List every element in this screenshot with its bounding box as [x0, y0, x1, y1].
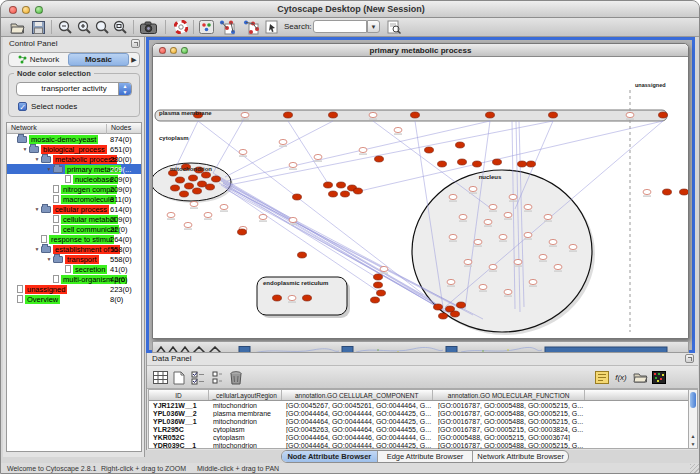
open-file-icon[interactable] [9, 19, 26, 35]
tree-row[interactable]: ▼primary metabo209(... [7, 164, 141, 174]
table-row[interactable]: YJR121W__1mitochondrion[GO:0045267, GO:0… [149, 401, 688, 409]
tree-row-node-count: 651(0) [110, 145, 132, 154]
tree-row[interactable]: nucleobase-209(0) [7, 174, 141, 184]
layout-two-icon[interactable] [243, 19, 260, 35]
table-cell: YPL036W__2 [149, 410, 209, 417]
tab-network-attribute-browser[interactable]: Network Attribute Browser [473, 451, 568, 462]
create-attribute-icon[interactable] [170, 369, 188, 386]
tab-edge-attribute-browser[interactable]: Edge Attribute Browser [378, 451, 474, 462]
expand-triangle-icon[interactable]: ▼ [45, 256, 53, 262]
expand-triangle-icon[interactable]: ▼ [33, 206, 41, 212]
resize-grip[interactable] [690, 464, 700, 474]
window-titlebar[interactable]: Cytoscape Desktop (New Session) [1, 1, 700, 18]
table-row[interactable]: YLR295Ccytoplasm[GO:0045263, GO:0044464,… [149, 425, 688, 433]
node-unselected [499, 234, 507, 239]
float-panel-icon[interactable] [131, 39, 140, 48]
cytoscape-window: Cytoscape Desktop (New Session) Search: … [0, 0, 700, 474]
search-dropdown-icon[interactable]: ▼ [367, 20, 380, 33]
node-unselected [524, 204, 532, 209]
heatmap-icon[interactable] [650, 369, 668, 386]
node-unselected [289, 162, 297, 167]
table-cell: [GO:0044464, GO:0044444, GO:0044425, G..… [282, 442, 434, 449]
background-view-strip[interactable] [152, 341, 689, 353]
table-column-header[interactable]: ID [149, 390, 209, 400]
notes-icon[interactable] [593, 369, 611, 386]
node-highlighted [377, 290, 386, 296]
attribute-table: ID_cellularLayoutRegionannotation.GO CEL… [148, 389, 689, 449]
function-builder-icon[interactable]: f(x) [612, 369, 630, 386]
zoom-fit-icon[interactable] [112, 19, 129, 35]
node-unselected [459, 214, 467, 219]
tree-row[interactable]: secretion41(0) [7, 264, 141, 274]
tab-overflow-icon[interactable]: ▶ [129, 56, 139, 64]
tree-row[interactable]: cell communicat22(0) [7, 224, 141, 234]
region-label: unassigned [635, 82, 666, 88]
leaf-network-icon [53, 225, 59, 233]
annotation-icon[interactable] [263, 19, 280, 35]
tree-row[interactable]: ▼transport558(0) [7, 254, 141, 264]
tab-node-attribute-browser[interactable]: Node Attribute Browser [282, 451, 378, 462]
expand-triangle-icon[interactable]: ▼ [45, 166, 53, 172]
data-panel-float-icon[interactable] [685, 354, 694, 363]
table-column-header[interactable]: _cellularLayoutRegion [209, 390, 282, 400]
layout-one-icon[interactable] [219, 19, 236, 35]
expand-triangle-icon[interactable]: ▼ [33, 156, 41, 162]
expand-triangle-icon[interactable]: ▼ [33, 246, 41, 252]
unselect-attributes-icon[interactable] [208, 369, 226, 386]
scrollbar-thumb[interactable] [690, 392, 696, 408]
delete-attribute-icon[interactable] [227, 369, 245, 386]
help-lifesaver-icon[interactable] [172, 19, 189, 35]
tree-header: Network Nodes [7, 123, 141, 134]
zoom-in-icon[interactable] [76, 19, 93, 35]
leaf-network-icon [41, 235, 47, 243]
tree-row[interactable]: macromolecule311(0) [7, 194, 141, 204]
tree-row[interactable]: response to stimul264(0) [7, 234, 141, 244]
snapshot-camera-icon[interactable] [140, 19, 157, 35]
zoom-out-icon[interactable] [57, 19, 74, 35]
zoom-selected-icon[interactable] [94, 19, 111, 35]
scroll-down-icon[interactable]: ▼ [689, 440, 697, 448]
tree-row[interactable]: multi-organism pro42(0) [7, 274, 141, 284]
network-view-titlebar[interactable]: primary metabolic process [153, 44, 688, 57]
tree-row[interactable]: ▼metabolic process280(0) [7, 154, 141, 164]
table-row[interactable]: YPL036W__2plasma membrane[GO:0044464, GO… [149, 409, 688, 417]
tree-row[interactable]: ▼cellular process614(0) [7, 204, 141, 214]
tree-row[interactable]: nitrogen compo209(0) [7, 184, 141, 194]
save-session-icon[interactable] [30, 19, 47, 35]
tree-col-network[interactable]: Network [11, 124, 37, 131]
tab-network[interactable]: Network [9, 53, 68, 66]
tree-row-node-count: 558(0) [110, 245, 132, 254]
table-cell: [GO:0045267, GO:0045261, GO:0044464, G..… [282, 402, 434, 409]
network-canvas[interactable]: plasma membranecytoplasmmitochondrionnuc… [153, 57, 688, 338]
tree-row[interactable]: mosaic-demo-yeast874(0) [7, 134, 141, 144]
node-unselected [549, 239, 557, 244]
node-color-dropdown[interactable]: transporter activity ▲▼ [16, 82, 132, 96]
attribute-table-rows: YJR121W__1mitochondrion[GO:0045267, GO:0… [149, 401, 688, 449]
table-column-header[interactable]: annotation.GO CELLULAR_COMPONENT [282, 390, 433, 400]
table-row[interactable]: YDR039C__1mitochondrion[GO:0044464, GO:0… [149, 441, 688, 449]
attribute-grid-icon[interactable] [151, 369, 169, 386]
search-input[interactable] [313, 20, 367, 33]
tree-row[interactable]: cellular metabol209(0) [7, 214, 141, 224]
tree-col-nodes[interactable]: Nodes [106, 124, 131, 134]
table-column-header[interactable]: annotation.GO MOLECULAR_FUNCTION [433, 390, 585, 400]
table-row[interactable]: YPL036W__1mitochondrion[GO:0044464, GO:0… [149, 417, 688, 425]
network-view-window[interactable]: primary metabolic process plasma membran… [152, 43, 689, 339]
import-attributes-icon[interactable] [631, 369, 649, 386]
select-nodes-checkbox[interactable]: ✓ [18, 102, 27, 111]
tree-row[interactable]: ▼establishment of lo558(0) [7, 244, 141, 254]
tab-mosaic[interactable]: Mosaic [68, 53, 129, 66]
tree-row[interactable]: ▼biological_process651(0) [7, 144, 141, 154]
expand-triangle-icon[interactable]: ▼ [21, 146, 29, 152]
scroll-up-icon[interactable]: ▲ [689, 432, 697, 440]
tree-row[interactable]: Overview8(0) [7, 294, 141, 304]
node-highlighted [411, 112, 420, 118]
configure-search-icon[interactable] [385, 19, 402, 35]
tree-row[interactable]: unassigned223(0) [7, 284, 141, 294]
network-tab-icon [18, 55, 27, 64]
table-vertical-scrollbar[interactable]: ▲ ▼ [688, 389, 698, 449]
table-row[interactable]: YKR052Ccytoplasm[GO:0044464, GO:0044446,… [149, 433, 688, 441]
vizmapper-icon[interactable] [198, 19, 215, 35]
tree-row-label: transport [65, 255, 99, 264]
select-attributes-icon[interactable] [189, 369, 207, 386]
